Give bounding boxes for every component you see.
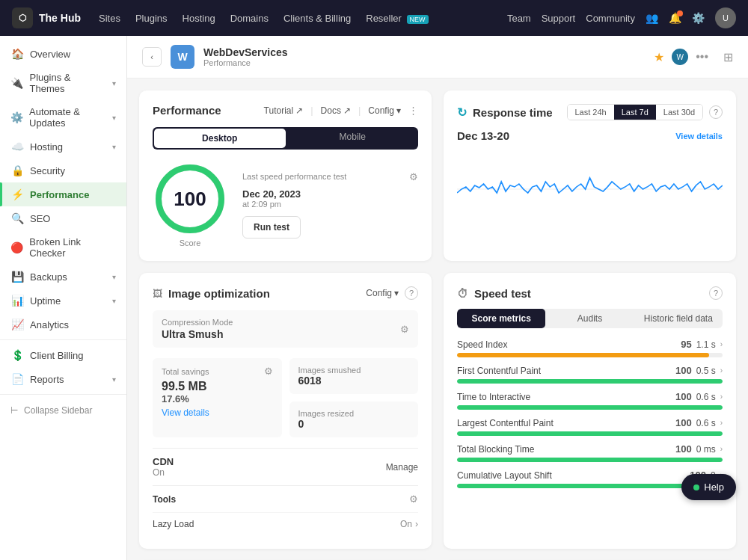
performance-more-button[interactable]: ⋮ — [408, 105, 418, 116]
nav-hosting[interactable]: Hosting — [183, 13, 215, 24]
tools-settings[interactable]: ⚙ — [409, 493, 418, 505]
performance-card-title: Performance — [153, 104, 221, 117]
nav-plugins[interactable]: Plugins — [135, 13, 168, 24]
metric-bar-tbt — [457, 458, 723, 462]
nav-team[interactable]: Team — [507, 13, 531, 24]
nav-reseller[interactable]: Reseller NEW — [366, 13, 428, 24]
metric-bar-bg-fcp — [457, 379, 723, 384]
sidebar: 🏠 Overview 🔌 Plugins & Themes ▾ ⚙️ Autom… — [0, 36, 127, 560]
metric-chevron-lcp[interactable]: › — [720, 419, 723, 427]
savings-grid: Total savings ⚙ 99.5 MB 17.6% View detai… — [153, 358, 418, 437]
image-config-button[interactable]: Config ▾ — [366, 288, 399, 298]
total-savings-label: Total savings — [162, 367, 209, 376]
sidebar-label-security: Security — [30, 165, 65, 176]
logo[interactable]: ⬡ The Hub — [12, 7, 81, 28]
sidebar-item-broken-link[interactable]: 🔴 Broken Link Checker — [0, 230, 126, 265]
cdn-manage-button[interactable]: Manage — [386, 462, 418, 473]
response-help-icon[interactable]: ? — [709, 105, 723, 119]
tutorial-button[interactable]: Tutorial ↗ — [264, 105, 304, 116]
run-test-button[interactable]: Run test — [242, 216, 301, 239]
nav-community[interactable]: Community — [586, 13, 635, 24]
tab-desktop[interactable]: Desktop — [154, 129, 286, 148]
backups-icon: 💾 — [10, 271, 24, 283]
nav-support[interactable]: Support — [542, 13, 576, 24]
config-button[interactable]: Config ▾ — [368, 105, 401, 116]
metric-tti-header: Time to Interactive 100 0.6 s › — [457, 391, 723, 402]
nav-sites[interactable]: Sites — [99, 13, 120, 24]
images-resized-box: Images resized 0 — [289, 401, 419, 437]
metric-tti: Time to Interactive 100 0.6 s › — [457, 391, 723, 410]
plugins-icon: 🔌 — [10, 77, 24, 89]
back-button[interactable]: ‹ — [142, 47, 162, 67]
tab-score-metrics[interactable]: Score metrics — [457, 309, 545, 328]
lazy-load-status[interactable]: On › — [400, 519, 418, 529]
tab-audits[interactable]: Audits — [545, 309, 634, 328]
sidebar-label-reports: Reports — [30, 374, 64, 385]
more-options-button[interactable]: ••• — [696, 50, 708, 64]
sidebar-item-hosting[interactable]: ☁️ Hosting ▾ — [0, 135, 126, 159]
view-details-button[interactable]: View details — [675, 132, 723, 141]
image-help-icon[interactable]: ? — [405, 286, 418, 300]
backups-chevron: ▾ — [112, 273, 116, 281]
user-avatar[interactable]: U — [715, 7, 736, 28]
sidebar-item-overview[interactable]: 🏠 Overview — [0, 42, 126, 66]
cdn-info: CDN On — [153, 456, 174, 478]
help-button[interactable]: Help — [681, 474, 736, 500]
speed-help-icon[interactable]: ? — [709, 286, 723, 300]
metric-bar-speed-index — [457, 353, 709, 357]
metric-right-tbt: 100 0 ms › — [675, 443, 723, 455]
metric-bar-fcp — [457, 379, 723, 384]
docs-link-icon: ↗ — [343, 105, 351, 116]
metric-chevron-tti[interactable]: › — [720, 393, 723, 401]
sidebar-label-overview: Overview — [30, 49, 70, 60]
settings-gear[interactable]: ⚙️ — [692, 12, 705, 24]
resp-controls: Last 24h Last 7d Last 30d ? — [567, 104, 723, 120]
sidebar-item-security[interactable]: 🔒 Security — [0, 159, 126, 182]
compression-settings[interactable]: ⚙ — [400, 324, 409, 335]
add-button[interactable]: 👥 — [646, 12, 658, 24]
layout-toggle[interactable]: ⊞ — [723, 50, 733, 64]
sidebar-item-automate[interactable]: ⚙️ Automate & Updates ▾ — [0, 100, 126, 135]
sidebar-item-analytics[interactable]: 📈 Analytics — [0, 313, 126, 336]
config-chevron: ▾ — [396, 105, 401, 116]
collapse-sidebar-button[interactable]: ⊢ Collapse Sidebar — [0, 398, 126, 423]
nav-domains[interactable]: Domains — [230, 13, 269, 24]
metric-chevron-fcp[interactable]: › — [720, 366, 723, 375]
sidebar-divider-2 — [0, 394, 126, 395]
savings-settings[interactable]: ⚙ — [264, 366, 273, 377]
resp-period: Dec 13-20 View details — [457, 129, 723, 142]
wordpress-icon[interactable]: W — [672, 49, 688, 65]
top-navigation: ⬡ The Hub Sites Plugins Hosting Domains … — [0, 0, 748, 36]
metric-speed-index: Speed Index 95 1.1 s › — [457, 339, 723, 357]
sidebar-item-reports[interactable]: 📄 Reports ▾ — [0, 367, 126, 391]
test-time: at 2:09 pm — [242, 200, 418, 209]
favorite-star[interactable]: ★ — [654, 50, 664, 64]
metric-chevron-tbt[interactable]: › — [720, 445, 723, 453]
tab-historic[interactable]: Historic field data — [634, 309, 723, 328]
sidebar-item-performance[interactable]: ⚡ Performance — [0, 182, 126, 206]
metric-score-lcp: 100 — [675, 417, 692, 428]
image-opt-icon: 🖼 — [153, 288, 162, 299]
docs-button[interactable]: Docs ↗ — [321, 105, 351, 116]
sidebar-item-plugins-themes[interactable]: 🔌 Plugins & Themes ▾ — [0, 66, 126, 100]
sidebar-item-backups[interactable]: 💾 Backups ▾ — [0, 265, 126, 289]
sidebar-label-billing: Client Billing — [30, 350, 84, 361]
metric-name-tti: Time to Interactive — [457, 392, 530, 402]
view-details-link[interactable]: View details — [162, 407, 273, 418]
nav-clients-billing[interactable]: Clients & Billing — [283, 13, 351, 24]
performance-card-header: Performance Tutorial ↗ | Docs ↗ | Config… — [153, 104, 418, 117]
sidebar-item-uptime[interactable]: 📊 Uptime ▾ — [0, 289, 126, 313]
time-24h[interactable]: Last 24h — [568, 105, 614, 120]
metric-chevron-speed-index[interactable]: › — [720, 340, 723, 348]
sidebar-item-seo[interactable]: 🔍 SEO — [0, 206, 126, 230]
sidebar-label-uptime: Uptime — [30, 295, 61, 307]
time-30d[interactable]: Last 30d — [656, 105, 702, 120]
tab-mobile[interactable]: Mobile — [287, 127, 419, 150]
time-7d[interactable]: Last 7d — [614, 105, 656, 120]
perf-settings-gear[interactable]: ⚙ — [409, 171, 418, 182]
content-header: ‹ W WebDevServices Performance ★ W ••• ⊞ — [127, 36, 748, 79]
collapse-icon: ⊢ — [10, 405, 18, 416]
sidebar-item-client-billing[interactable]: 💲 Client Billing — [0, 343, 126, 367]
site-name: WebDevServices — [203, 46, 288, 58]
sidebar-label-hosting: Hosting — [30, 141, 63, 153]
